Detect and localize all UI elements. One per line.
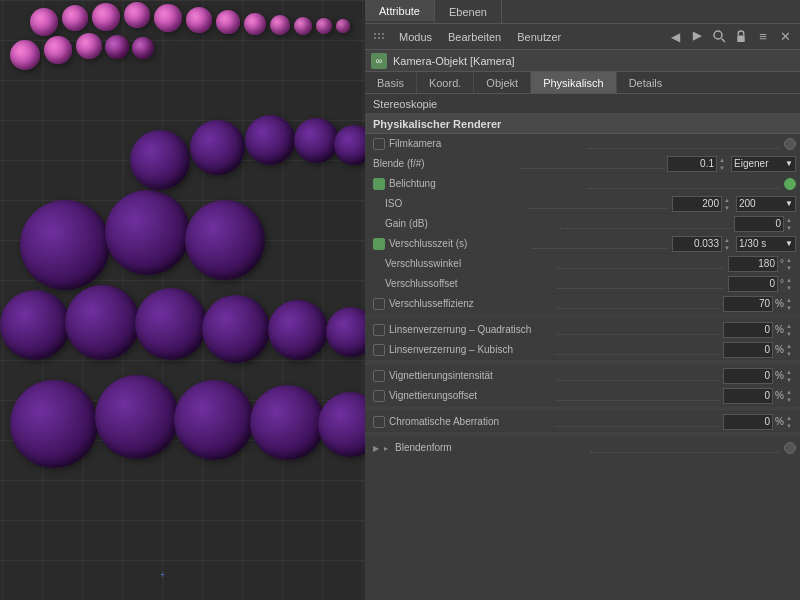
prop-blendenform: ▶ ▸ Blendenform [365, 438, 800, 458]
gain-label: Gain (dB) [385, 218, 556, 229]
vignoff-stepper[interactable]: ▲▼ [786, 388, 796, 404]
verschlusswinkel-stepper[interactable]: ▲▼ [786, 256, 796, 272]
close-icon[interactable]: ✕ [776, 28, 794, 46]
vignint-checkbox[interactable] [373, 370, 385, 382]
benutzer-button[interactable]: Benutzer [513, 31, 565, 43]
gain-stepper[interactable]: ▲▼ [786, 216, 796, 232]
verschlusszeit-checkbox[interactable] [373, 238, 385, 250]
lock-icon[interactable] [732, 28, 750, 46]
sphere [124, 2, 150, 28]
verschlusswinkel-label: Verschlusswinkel [385, 258, 553, 269]
belichtung-checkbox[interactable] [373, 178, 385, 190]
linsverzkub-input[interactable] [723, 342, 773, 358]
prop-vignoff: Vignettierungsoffset % ▲▼ [365, 386, 800, 406]
sphere [20, 200, 110, 290]
object-title: Kamera-Objekt [Kamera] [393, 55, 515, 67]
tab-ebenen[interactable]: Ebenen [435, 0, 502, 23]
tab-details[interactable]: Details [617, 72, 675, 93]
sphere [185, 200, 265, 280]
iso-value: ▲▼ 200▼ [672, 196, 796, 212]
blendenform-sub-icon: ▸ [384, 444, 392, 452]
verschlusseffizienz-checkbox[interactable] [373, 298, 385, 310]
prop-verschlusszeit: Verschlusszeit (s) ▲▼ 1/30 s ▼ [365, 234, 800, 254]
sphere [130, 130, 190, 190]
blende-label: Blende (f/#) [373, 158, 516, 169]
linsverzq-checkbox[interactable] [373, 324, 385, 336]
blende-input[interactable] [667, 156, 717, 172]
toolbar-right-icons: ◀ ◀ ≡ ✕ [666, 28, 794, 46]
svg-point-4 [378, 37, 380, 39]
blendenform-label: Blendenform [395, 442, 586, 453]
iso-input[interactable] [672, 196, 722, 212]
sphere [250, 385, 325, 460]
gain-input[interactable] [734, 216, 784, 232]
forward-arrow-icon[interactable]: ◀ [688, 28, 706, 46]
verschlusszeit-stepper[interactable]: ▲▼ [724, 236, 734, 252]
more-icon[interactable]: ≡ [754, 28, 772, 46]
verschlussoffset-value: ° ▲▼ [728, 276, 796, 292]
filmkamera-toggle[interactable] [784, 138, 796, 150]
verschlusszeit-input[interactable] [672, 236, 722, 252]
filmkamera-checkbox[interactable] [373, 138, 385, 150]
verschlusswinkel-input[interactable] [728, 256, 778, 272]
verschlussoffset-input[interactable] [728, 276, 778, 292]
vignoff-input[interactable] [723, 388, 773, 404]
prop-belichtung: Belichtung [365, 174, 800, 194]
verschlusseffizienz-input[interactable] [723, 296, 773, 312]
properties-scroll[interactable]: Filmkamera Blende (f/#) ▲▼ Eigener ▼ Be [365, 134, 800, 600]
linsverzq-input[interactable] [723, 322, 773, 338]
vignint-value: % ▲▼ [723, 368, 796, 384]
prop-linsverzq: Linsenverzerrung – Quadratisch % ▲▼ [365, 320, 800, 340]
tab-koord[interactable]: Koord. [417, 72, 474, 93]
linsverzkub-checkbox[interactable] [373, 344, 385, 356]
back-arrow-icon[interactable]: ◀ [666, 28, 684, 46]
verschlusseffizienz-stepper[interactable]: ▲▼ [786, 296, 796, 312]
sphere [65, 285, 140, 360]
linsverzq-stepper[interactable]: ▲▼ [786, 322, 796, 338]
viewport: + [0, 0, 365, 600]
toolbar: Modus Bearbeiten Benutzer ◀ ◀ [365, 24, 800, 50]
iso-dropdown[interactable]: 200▼ [736, 196, 796, 212]
blende-stepper[interactable]: ▲▼ [719, 156, 729, 172]
blendenform-toggle[interactable] [784, 442, 796, 454]
sphere [30, 8, 58, 36]
blendenform-fold-icon[interactable]: ▶ [373, 444, 381, 452]
vignoff-checkbox[interactable] [373, 390, 385, 402]
prop-verschlussoffset: Verschlussoffset ° ▲▼ [365, 274, 800, 294]
chraberr-input[interactable] [723, 414, 773, 430]
vignoff-label: Vignettierungsoffset [389, 390, 552, 401]
sphere [216, 10, 240, 34]
svg-point-1 [378, 33, 380, 35]
verschlussoffset-stepper[interactable]: ▲▼ [786, 276, 796, 292]
modus-button[interactable]: Modus [395, 31, 436, 43]
iso-stepper[interactable]: ▲▼ [724, 196, 734, 212]
prop-iso: ISO ▲▼ 200▼ [365, 194, 800, 214]
gain-value: ▲▼ [734, 216, 796, 232]
belichtung-toggle[interactable] [784, 178, 796, 190]
verschlusszeit-dropdown[interactable]: 1/30 s ▼ [736, 236, 796, 252]
bearbeiten-button[interactable]: Bearbeiten [444, 31, 505, 43]
tab-basis[interactable]: Basis [365, 72, 417, 93]
search-icon[interactable] [710, 28, 728, 46]
vignint-input[interactable] [723, 368, 773, 384]
chraberr-checkbox[interactable] [373, 416, 385, 428]
svg-point-3 [374, 37, 376, 39]
prop-linsverzkub: Linsenverzerrung – Kubisch % ▲▼ [365, 340, 800, 360]
belichtung-label: Belichtung [389, 178, 583, 189]
sphere [326, 307, 365, 357]
top-tab-bar: Attribute Ebenen [365, 0, 800, 24]
linsverzkub-stepper[interactable]: ▲▼ [786, 342, 796, 358]
sphere [294, 118, 339, 163]
tab-physikalisch[interactable]: Physikalisch [531, 72, 617, 93]
blende-dropdown[interactable]: Eigener ▼ [731, 156, 796, 172]
tab-attribute[interactable]: Attribute [365, 0, 435, 23]
vignint-stepper[interactable]: ▲▼ [786, 368, 796, 384]
sphere [334, 125, 365, 165]
vignint-label: Vignettierungsintensität [389, 370, 552, 381]
svg-rect-8 [737, 36, 744, 42]
svg-point-0 [374, 33, 376, 35]
tab-objekt[interactable]: Objekt [474, 72, 531, 93]
sphere [44, 36, 72, 64]
chraberr-stepper[interactable]: ▲▼ [786, 414, 796, 430]
stereoskopie-section: Stereoskopie [365, 94, 800, 114]
